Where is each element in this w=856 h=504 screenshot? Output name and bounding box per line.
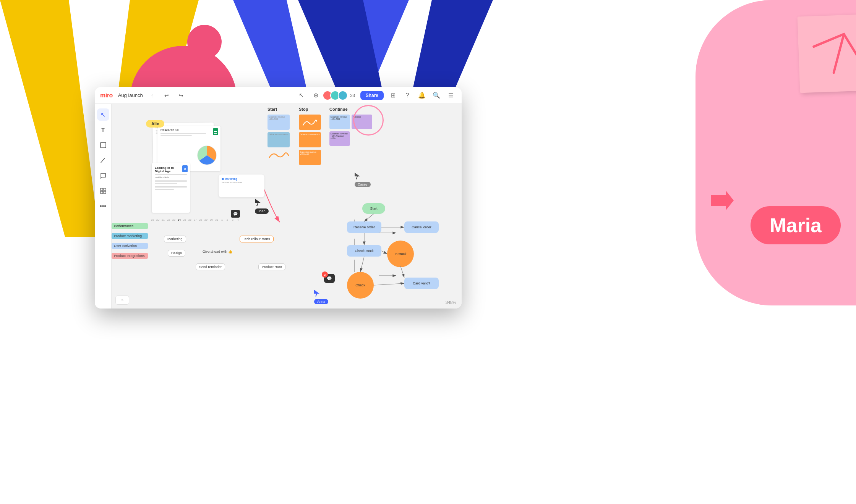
search-icon[interactable]: 🔍 <box>431 90 442 101</box>
comment-tool[interactable] <box>97 170 109 182</box>
flow-start-node: Start <box>362 203 385 214</box>
miro-app-window: miro Aug launch ↑ ↩ ↪ ↖ ⊕ 33 Share ⊞ ? 🔔… <box>95 87 462 309</box>
joao-cursor: Joao <box>255 199 269 214</box>
share-button[interactable]: Share <box>360 91 384 100</box>
casey-cursor: Casey <box>355 173 371 187</box>
gantt-bar-area-performance <box>148 223 329 229</box>
flow-cancel-node: Cancel order <box>404 221 439 233</box>
timeline-card-design[interactable]: Design <box>168 250 185 257</box>
gantt-label-user-activation: User Activation <box>112 243 148 249</box>
svg-rect-3 <box>101 188 103 191</box>
notification-icon[interactable]: 🔔 <box>417 90 427 101</box>
timeline-card-product-hunt[interactable]: Product Hunt <box>258 263 285 270</box>
select-tool[interactable]: ↖ <box>97 108 109 121</box>
text-doc-card: Leading in thDigital Age Ideal title cri… <box>152 163 190 213</box>
alix-cursor-badge: Alix <box>146 120 164 128</box>
timeline-header: 19 20 21 22 23 24 25 26 27 28 29 30 31 1… <box>150 218 329 221</box>
timeline-card-tech-rollout[interactable]: Tech rollout starts <box>240 236 274 242</box>
frame-tool[interactable] <box>97 185 109 197</box>
timeline-card-send-reminder[interactable]: Send reminder <box>196 263 225 270</box>
gantt-row-performance: Performance <box>112 223 329 229</box>
svg-line-2 <box>101 158 105 163</box>
svg-line-20 <box>381 251 387 254</box>
svg-line-23 <box>374 283 404 285</box>
gantt-bar-area-ua <box>148 242 329 249</box>
help-icon[interactable]: ? <box>402 90 413 101</box>
board-name[interactable]: Aug launch <box>118 92 143 98</box>
pen-tool[interactable] <box>97 154 109 166</box>
retro-continue-col: Continue Expansion revenue +12% ARR Rete… <box>329 107 372 146</box>
flow-card-valid-node: Card valid? <box>404 278 439 289</box>
gantt-label-product-marketing: Product marketing <box>112 233 148 239</box>
flow-in-stock-node: In stock <box>387 241 414 267</box>
retro-stop-col: Stop Define success metrics Expansion re… <box>299 107 321 165</box>
flow-receive-node: Receive order <box>347 221 381 233</box>
sticky-tool[interactable] <box>97 139 109 151</box>
chat-notification[interactable]: 💬 3 <box>324 274 335 283</box>
gantt-row-user-activation: User Activation <box>112 242 329 249</box>
pink-arrow-icon <box>711 191 734 210</box>
marketing-card: ◼ Marketing Shared via Dropbox <box>219 174 264 197</box>
more-tools[interactable]: ••• <box>97 200 109 212</box>
canvas-area[interactable]: Research 21 Research 10 <box>112 104 462 309</box>
zoom-icon[interactable]: ⊕ <box>310 90 321 101</box>
toolbar: miro Aug launch ↑ ↩ ↪ ↖ ⊕ 33 Share ⊞ ? 🔔… <box>95 87 462 104</box>
timeline-text-give-ahead: Give ahead with 👍 <box>203 250 232 254</box>
redo-button[interactable]: ↪ <box>176 90 186 101</box>
chat-bubble-icon: 💬 <box>231 210 240 218</box>
undo-button[interactable]: ↩ <box>161 90 172 101</box>
upload-button[interactable]: ↑ <box>147 90 157 101</box>
maria-badge: Maria <box>751 206 841 244</box>
miro-logo: miro <box>100 92 113 99</box>
large-pink-sticky <box>798 14 856 93</box>
svg-rect-6 <box>104 191 106 194</box>
deco-circle-small <box>187 25 222 59</box>
svg-rect-5 <box>101 191 103 194</box>
gantt-row-product-marketing: Product marketing <box>112 233 329 239</box>
svg-line-17 <box>364 214 374 221</box>
flow-check-stock-node: Check stock <box>347 245 381 257</box>
retro-start-col: Start Expansion revenue +12% ARR Define … <box>268 107 290 163</box>
flow-check-node: Check <box>347 272 374 299</box>
svg-line-21 <box>360 257 364 272</box>
left-toolbar: ↖ T ••• <box>95 104 112 309</box>
expand-button[interactable]: » <box>115 296 129 305</box>
avatar-3[interactable] <box>338 90 348 100</box>
flowchart: Start Receive order Cancel order Check s… <box>316 203 462 309</box>
svg-line-22 <box>400 266 404 278</box>
avatar-group: 33 <box>325 90 355 100</box>
svg-marker-0 <box>711 191 734 210</box>
gantt-label-product-integrations: Product Integrations <box>112 253 148 259</box>
text-tool[interactable]: T <box>97 124 109 136</box>
timeline-area: 19 20 21 22 23 24 25 26 27 28 29 30 31 1… <box>112 218 329 262</box>
gantt-label-performance: Performance <box>112 223 148 229</box>
anna-cursor: Anna <box>314 290 328 304</box>
cursor-select-icon[interactable]: ↖ <box>296 90 306 101</box>
menu-icon[interactable]: ☰ <box>446 90 456 101</box>
filter-icon[interactable]: ⊞ <box>387 90 398 101</box>
timeline-card-marketing[interactable]: Marketing <box>164 236 186 242</box>
notification-count: 3 <box>322 271 328 278</box>
collab-count: 33 <box>350 93 355 98</box>
svg-rect-4 <box>104 188 106 191</box>
svg-rect-1 <box>101 142 106 148</box>
zoom-level: 348% <box>446 300 456 305</box>
